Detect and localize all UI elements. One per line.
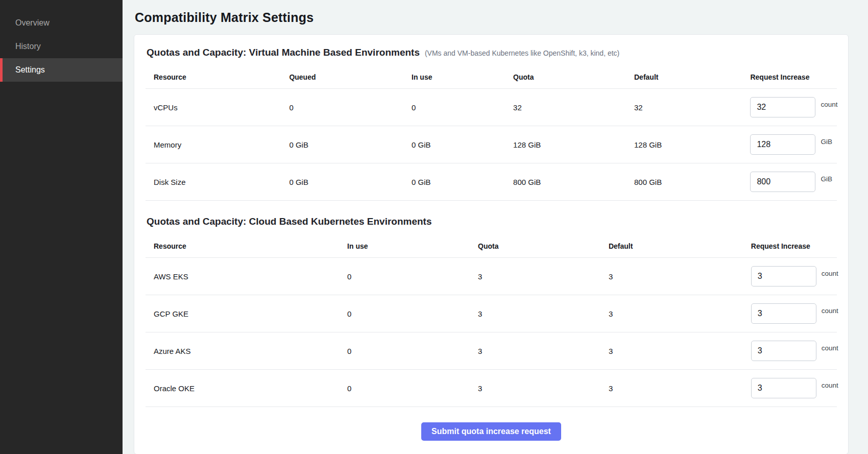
column-header-in-use: In use bbox=[339, 242, 470, 250]
column-header-request-increase: Request Increase bbox=[743, 242, 837, 250]
cloud-section-header: Quotas and Capacity: Cloud Based Kuberne… bbox=[146, 216, 837, 227]
cloud-section-title: Quotas and Capacity: Cloud Based Kuberne… bbox=[147, 216, 432, 227]
table-row-vcpus: vCPUs 0 0 32 32 count bbox=[146, 89, 837, 126]
unit-label: count bbox=[821, 101, 837, 108]
request-increase-cell: GiB bbox=[742, 172, 837, 192]
in-use-value: 0 GiB bbox=[403, 178, 505, 186]
quota-value: 3 bbox=[470, 272, 600, 281]
default-value: 128 GiB bbox=[626, 140, 742, 149]
column-header-quota: Quota bbox=[505, 73, 626, 81]
request-increase-cell: count bbox=[743, 303, 838, 324]
table-row-aws-eks: AWS EKS 0 3 3 count bbox=[146, 258, 837, 295]
quota-value: 800 GiB bbox=[505, 178, 626, 186]
resource-name: Memory bbox=[146, 140, 281, 149]
request-increase-input[interactable] bbox=[751, 341, 816, 361]
table-row-disk-size: Disk Size 0 GiB 0 GiB 800 GiB 800 GiB Gi… bbox=[146, 163, 837, 201]
cloud-table-header-row: Resource In use Quota Default Request In… bbox=[146, 234, 837, 258]
quota-value: 32 bbox=[505, 103, 626, 112]
default-value: 3 bbox=[600, 309, 743, 318]
queued-value: 0 bbox=[281, 103, 403, 112]
page-title: Compatibility Matrix Settings bbox=[135, 10, 849, 25]
request-increase-cell: GiB bbox=[742, 134, 837, 155]
quota-value: 3 bbox=[470, 384, 600, 393]
table-row-oracle-oke: Oracle OKE 0 3 3 count bbox=[146, 370, 837, 407]
in-use-value: 0 bbox=[339, 272, 470, 281]
resource-name: vCPUs bbox=[146, 103, 281, 112]
default-value: 3 bbox=[600, 272, 743, 281]
resource-name: Disk Size bbox=[146, 178, 281, 186]
unit-label: GiB bbox=[821, 138, 832, 146]
request-increase-input[interactable] bbox=[750, 97, 815, 117]
cloud-quota-table: Resource In use Quota Default Request In… bbox=[146, 234, 837, 407]
resource-name: Oracle OKE bbox=[146, 384, 339, 393]
sidebar-item-settings[interactable]: Settings bbox=[0, 58, 123, 82]
default-value: 800 GiB bbox=[626, 178, 742, 186]
default-value: 3 bbox=[600, 347, 743, 355]
column-header-default: Default bbox=[600, 242, 743, 250]
in-use-value: 0 bbox=[339, 309, 470, 318]
column-header-quota: Quota bbox=[470, 242, 600, 250]
unit-label: count bbox=[822, 381, 838, 389]
resource-name: GCP GKE bbox=[146, 309, 339, 318]
column-header-default: Default bbox=[626, 73, 742, 81]
request-increase-input[interactable] bbox=[750, 134, 815, 155]
sidebar-item-overview[interactable]: Overview bbox=[0, 11, 123, 35]
app-root: Overview History Settings Compatibility … bbox=[0, 0, 868, 454]
in-use-value: 0 GiB bbox=[403, 140, 505, 149]
quota-value: 3 bbox=[470, 347, 600, 355]
unit-label: count bbox=[822, 307, 838, 315]
column-header-resource: Resource bbox=[146, 73, 281, 81]
vm-section-subtitle: (VMs and VM-based Kubernetes like OpenSh… bbox=[425, 49, 619, 57]
column-header-request-increase: Request Increase bbox=[742, 73, 837, 81]
vm-section-title: Quotas and Capacity: Virtual Machine Bas… bbox=[147, 47, 420, 58]
request-increase-cell: count bbox=[743, 341, 838, 361]
queued-value: 0 GiB bbox=[281, 178, 403, 186]
sidebar-nav: Overview History Settings bbox=[0, 11, 123, 82]
resource-name: AWS EKS bbox=[146, 272, 339, 281]
default-value: 3 bbox=[600, 384, 743, 393]
request-increase-cell: count bbox=[743, 266, 838, 286]
default-value: 32 bbox=[626, 103, 742, 112]
column-header-queued: Queued bbox=[281, 73, 403, 81]
in-use-value: 0 bbox=[339, 384, 470, 393]
card-actions: Submit quota increase request bbox=[146, 407, 837, 444]
vm-quota-table: Resource Queued In use Quota Default Req… bbox=[146, 65, 837, 201]
in-use-value: 0 bbox=[339, 347, 470, 355]
settings-card: Quotas and Capacity: Virtual Machine Bas… bbox=[134, 34, 849, 454]
sidebar: Overview History Settings bbox=[0, 0, 123, 454]
column-header-in-use: In use bbox=[403, 73, 505, 81]
queued-value: 0 GiB bbox=[281, 140, 403, 149]
request-increase-cell: count bbox=[742, 97, 837, 117]
vm-table-header-row: Resource Queued In use Quota Default Req… bbox=[146, 65, 837, 89]
unit-label: count bbox=[822, 344, 838, 352]
table-row-gcp-gke: GCP GKE 0 3 3 count bbox=[146, 295, 837, 332]
unit-label: count bbox=[822, 270, 838, 277]
request-increase-input[interactable] bbox=[751, 378, 816, 398]
column-header-resource: Resource bbox=[146, 242, 339, 250]
request-increase-input[interactable] bbox=[750, 172, 815, 192]
quota-value: 3 bbox=[470, 309, 600, 318]
unit-label: GiB bbox=[821, 175, 832, 183]
main-content: Compatibility Matrix Settings Quotas and… bbox=[123, 0, 868, 454]
resource-name: Azure AKS bbox=[146, 347, 339, 355]
in-use-value: 0 bbox=[403, 103, 505, 112]
quota-value: 128 GiB bbox=[505, 140, 626, 149]
request-increase-input[interactable] bbox=[751, 303, 816, 324]
request-increase-input[interactable] bbox=[751, 266, 816, 286]
vm-section-header: Quotas and Capacity: Virtual Machine Bas… bbox=[146, 47, 837, 58]
table-row-azure-aks: Azure AKS 0 3 3 count bbox=[146, 332, 837, 370]
table-row-memory: Memory 0 GiB 0 GiB 128 GiB 128 GiB GiB bbox=[146, 126, 837, 163]
sidebar-item-history[interactable]: History bbox=[0, 35, 123, 58]
submit-quota-increase-button[interactable]: Submit quota increase request bbox=[421, 422, 561, 441]
request-increase-cell: count bbox=[743, 378, 838, 398]
